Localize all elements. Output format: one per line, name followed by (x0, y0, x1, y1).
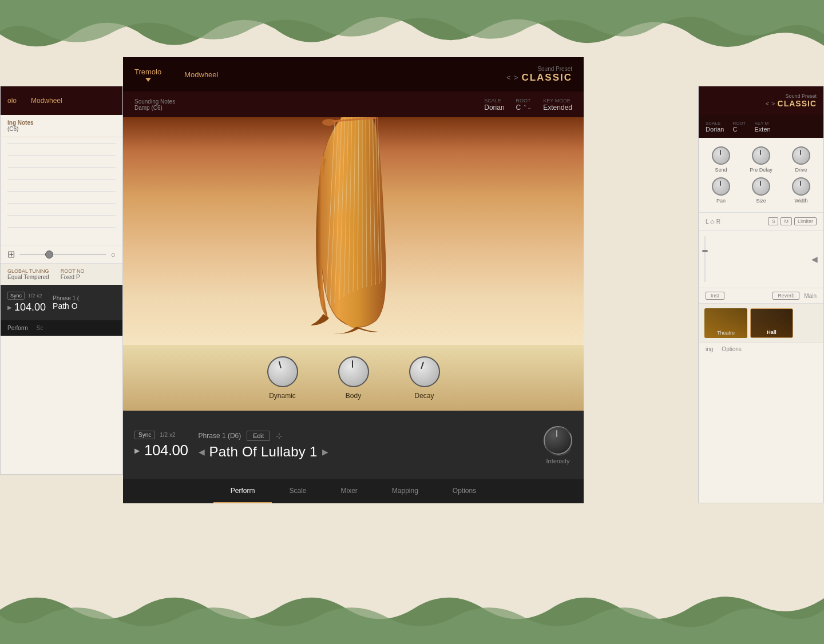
send-label: Send (715, 167, 727, 173)
thumb-hall[interactable]: Hall (750, 308, 793, 338)
nav-next[interactable]: ▶ (322, 447, 328, 456)
right-scale-bar: Scale Dorian Root C Key M Exten (699, 115, 823, 138)
phrase-behind: Phrase 1 ( (53, 295, 79, 301)
right-prev-btn[interactable]: < (766, 100, 769, 107)
right-buttons: L ◇ R S M Limiter (699, 213, 823, 230)
bpm-value: 104.00 (144, 442, 188, 459)
play-icon-behind: ▶ (7, 304, 12, 311)
tuning-value: Equal Tempered (7, 274, 49, 280)
left-panel-behind: olo Modwheel ing Notes (C6) ⊞ ○ Global T… (0, 86, 123, 475)
preset-prev-btn[interactable]: < (506, 74, 510, 82)
knob-pan: Pan (703, 177, 739, 204)
s-button[interactable]: S (768, 217, 778, 225)
transport-bar: Sync 1/2 x2 ▶ 104.00 Phrase 1 (D6) Edit … (123, 411, 584, 479)
intensity-label: Intensity (546, 458, 570, 464)
root-arrows[interactable]: ⌃⌄ (522, 104, 532, 110)
scale-value: Dorian (484, 104, 504, 112)
nav-tab-mixer[interactable]: Mixer (323, 479, 374, 503)
size-label: Size (756, 198, 766, 204)
width-label: Width (794, 198, 807, 204)
body-label: Body (346, 392, 361, 400)
right-next-btn[interactable]: > (771, 100, 775, 107)
right-panel-header: Sound Preset < > CLASSIC (699, 86, 823, 115)
sync-row-behind: Sync 1/2 x2 (7, 292, 46, 300)
knob-width: Width (783, 177, 819, 204)
knob-drive: Drive (783, 146, 819, 173)
limiter-button[interactable]: Limiter (794, 217, 817, 225)
inst-button[interactable]: Inst (706, 292, 724, 300)
circle-icon: ○ (111, 250, 116, 259)
sync-button[interactable]: Sync (134, 431, 155, 439)
knob-predelay: Pre Delay (743, 146, 779, 173)
thumb-theatre[interactable]: Theatre (704, 308, 747, 338)
right-bottom-tabs: ing Options (699, 343, 823, 355)
nav-tab-options[interactable]: Options (435, 479, 493, 503)
knob-send: Send (703, 146, 739, 173)
bottom-nav: Perform Scale Mixer Mapping Options (123, 479, 584, 503)
sub-header: Sounding Notes Damp (C6) Scale Dorian Ro… (123, 92, 584, 117)
sync-detail-behind: 1/2 x2 (28, 293, 42, 299)
theatre-label: Theatre (717, 330, 735, 336)
reverb-button[interactable]: Reverb (772, 292, 799, 300)
decay-knob[interactable] (409, 356, 440, 387)
m-button[interactable]: M (781, 217, 792, 225)
root-label-main: Root (516, 98, 532, 104)
right-scale-value: Dorian (706, 126, 724, 133)
preset-next-btn[interactable]: > (514, 74, 518, 82)
scale-tab-behind: Sc (37, 325, 43, 331)
nav-tab-mapping[interactable]: Mapping (375, 479, 435, 503)
transport-left: Sync 1/2 x2 ▶ 104.00 (134, 431, 188, 459)
body-knob[interactable] (338, 356, 369, 387)
perform-tab-behind: Perform (7, 325, 28, 331)
tab-modwheel[interactable]: Modwheel (184, 70, 218, 79)
dynamic-control: Dynamic (267, 356, 298, 400)
nav-tab-perform[interactable]: Perform (213, 479, 272, 503)
right-tab-ing[interactable]: ing (706, 346, 713, 352)
left-slider-row: ⊞ ○ (1, 245, 122, 263)
knob-size: Size (743, 177, 779, 204)
sounding-notes-label: ing Notes (7, 120, 116, 126)
right-keymode-value: Exten (755, 126, 771, 133)
decay-control: Decay (409, 356, 440, 400)
root-label: Root No (61, 268, 85, 274)
keymode-label: Key Mode (543, 98, 572, 104)
damp-label: Damp (C6) (134, 105, 175, 111)
sync-detail: 1/2 x2 (160, 432, 175, 438)
tab-tremolo[interactable]: Tremolo (134, 67, 161, 76)
right-scale-label: Scale (706, 121, 724, 126)
nav-prev[interactable]: ◀ (199, 447, 205, 456)
hall-label: Hall (767, 329, 777, 335)
transport-middle: Phrase 1 (D6) Edit ⊹ ◀ Path Of Lullaby 1… (199, 431, 328, 460)
right-tab-options[interactable]: Options (722, 346, 741, 352)
preset-name: CLASSIC (521, 72, 572, 84)
left-sounding-notes: ing Notes (C6) (1, 115, 122, 137)
piano-icon: ⊞ (7, 249, 15, 260)
main-window: Tremolo Modwheel Sound Preset < > CLASSI… (123, 57, 584, 503)
root-value-main: C (516, 104, 521, 112)
body-control: Body (338, 356, 369, 400)
position-icon: ⊹ (276, 431, 283, 440)
harp-container (282, 117, 425, 323)
sync-badge-behind[interactable]: Sync (7, 292, 25, 300)
dynamic-label: Dynamic (269, 392, 296, 400)
intensity-knob[interactable] (544, 426, 572, 455)
left-tab2[interactable]: Modwheel (31, 97, 62, 105)
harp-svg (282, 117, 425, 334)
left-tab1[interactable]: olo (7, 97, 17, 105)
dynamic-knob[interactable] (267, 356, 298, 387)
left-lines-area (1, 137, 122, 245)
keymode-value: Extended (543, 104, 572, 112)
drive-label: Drive (795, 167, 807, 173)
right-preset-name: CLASSIC (778, 99, 817, 108)
left-transport-behind: Sync 1/2 x2 ▶ 104.00 Phrase 1 ( Path O (1, 285, 122, 320)
right-arrow-icon: ◀ (811, 255, 818, 264)
sounding-notes-label: Sounding Notes (134, 98, 175, 105)
nav-tab-scale[interactable]: Scale (272, 479, 323, 503)
right-preset-label: Sound Preset (785, 93, 817, 99)
track-behind: Path O (53, 301, 79, 311)
lr-indicator: L ◇ R (706, 218, 720, 225)
edit-button[interactable]: Edit (247, 431, 270, 441)
right-thumbnails: Theatre Hall (699, 303, 823, 343)
play-icon[interactable]: ▶ (134, 447, 140, 455)
left-nav-behind: Perform Sc (1, 320, 122, 336)
